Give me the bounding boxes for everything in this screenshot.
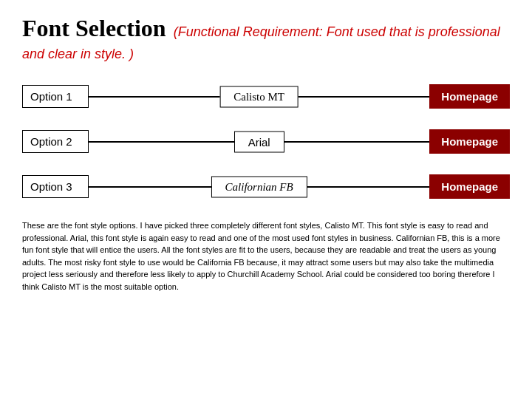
description-text: These are the font style options. I have… <box>22 219 510 293</box>
font-name-1: Calisto MT <box>219 86 299 107</box>
option-label-3: Option 3 <box>22 175 89 198</box>
homepage-button-2[interactable]: Homepage <box>429 129 510 154</box>
title-row: Font Selection (Functional Requirement: … <box>22 15 510 42</box>
page: Font Selection (Functional Requirement: … <box>0 0 532 399</box>
subtitle-text: and clear in style. ) <box>22 47 134 61</box>
option-row-2: Option 2ArialHomepage <box>22 129 510 154</box>
option-label-1: Option 1 <box>22 85 89 108</box>
font-name-2: Arial <box>234 131 284 152</box>
font-name-3: Californian FB <box>211 176 307 197</box>
options-container: Option 1Calisto MTHomepageOption 2ArialH… <box>22 84 510 199</box>
option-line-2: Arial <box>89 141 429 143</box>
option-label-2: Option 2 <box>22 130 89 153</box>
subtitle-row: and clear in style. ) <box>22 47 510 62</box>
option-row-3: Option 3Californian FBHomepage <box>22 174 510 199</box>
homepage-button-1[interactable]: Homepage <box>429 84 510 109</box>
option-line-3: Californian FB <box>89 186 429 188</box>
title-subtitle: (Functional Requirement: Font used that … <box>174 24 500 40</box>
homepage-button-3[interactable]: Homepage <box>429 174 510 199</box>
option-line-1: Calisto MT <box>89 96 429 98</box>
page-title: Font Selection <box>22 15 166 42</box>
option-row-1: Option 1Calisto MTHomepage <box>22 84 510 109</box>
